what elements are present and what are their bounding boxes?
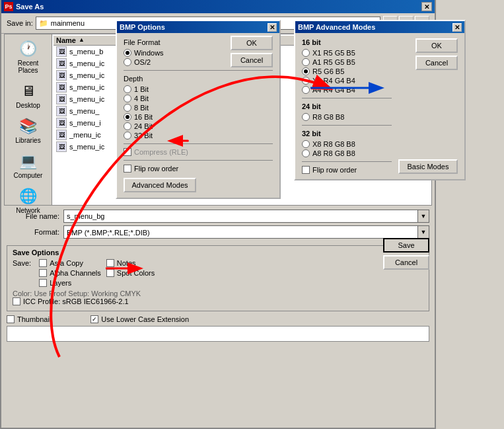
thumbnail-item: Thumbnail [7,315,51,323]
sidebar-item-computer[interactable]: 💻 Computer [7,149,50,180]
sidebar-item-libraries[interactable]: 📚 Libraries [7,114,50,145]
save-options-box: Save Options Save: As a Copy Alpha Chann… [7,245,429,311]
1bit-item: 1 Bit [124,85,273,93]
16bit-item: 16 Bit [124,113,273,121]
advanced-modes-button[interactable]: Advanced Modes [124,178,196,192]
filename-input[interactable] [63,210,417,223]
a8r8g8b8-item: A8 R8 G8 B8 [302,149,392,157]
format-dropdown-btn[interactable]: ▼ [417,225,429,239]
notes-item: Notes [106,259,155,267]
sidebar-item-recent[interactable]: 🕐 Recent Places [7,37,50,75]
bmp-options-title-bar: BMP Options ✕ [117,21,279,33]
24bit-radio[interactable] [124,122,131,130]
r5g6b5-radio[interactable] [302,67,310,75]
file-name: _menu_ic [69,131,101,139]
r5g6b5-label: R5 G6 B5 [312,67,344,75]
save-label: Save: [13,259,31,267]
a8r8g8b8-radio[interactable] [302,149,310,157]
bmp-options-dialog: BMP Options ✕ OK Cancel File Format [116,20,281,199]
x4r4g4b4-item: X4 R4 G4 B4 [302,77,392,85]
filename-row: File name: ▼ [7,210,429,223]
x8r8g8b8-radio[interactable] [302,140,310,148]
file-icon: 🖼 [56,82,67,93]
left-options-col: As a Copy Alpha Channels Layers [39,259,101,287]
flip-row-label: Flip row order [134,165,178,173]
bmp-options-close-button[interactable]: ✕ [268,23,277,32]
bmp-cancel-button[interactable]: Cancel [231,53,273,67]
file-name: s_menu_b [69,48,103,56]
sidebar-item-network[interactable]: 🌐 Network [7,184,50,215]
lower-case-checkbox[interactable] [90,315,98,323]
cancel-button[interactable]: Cancel [383,255,429,270]
app-icon: Ps [4,2,13,11]
right-options-col: Notes Spot Colors [106,259,155,277]
color-value: Use Proof Setup: Working CMYK [34,290,141,297]
as-a-copy-checkbox[interactable] [39,259,47,267]
8bit-label: 8 Bit [134,104,149,112]
x4r4g4b4-radio[interactable] [302,77,310,85]
basic-modes-button[interactable]: Basic Modes [398,159,458,174]
bmp-advanced-title-label: BMP Advanced Modes [298,23,375,31]
filename-label: File name: [7,212,59,220]
24bit-section-label: 24 bit [302,102,392,110]
layers-item: Layers [39,279,101,287]
bmp-ok-button[interactable]: OK [231,36,273,50]
alpha-channels-checkbox[interactable] [39,269,47,277]
x1r5g5b5-radio[interactable] [302,49,310,57]
1bit-label: 1 Bit [134,85,149,93]
spot-colors-label: Spot Colors [117,269,155,277]
spot-colors-checkbox[interactable] [106,269,114,277]
bmp-options-content: OK Cancel File Format Windows OS/2 [117,33,279,198]
a4r4g4b4-radio[interactable] [302,86,310,94]
a1r5g5b5-radio[interactable] [302,58,310,66]
x1r5g5b5-item: X1 R5 G5 B5 [302,49,392,57]
adv-cancel-button[interactable]: Cancel [415,56,458,70]
4bit-radio[interactable] [124,95,131,102]
bottom-fields: File name: ▼ Format: BMP (*.BMP;*.RLE;*.… [1,206,435,245]
file-icon: 🖼 [56,46,67,57]
os2-label: OS/2 [134,58,151,66]
icc-profile-checkbox[interactable] [13,297,20,305]
r8g8b8-item: R8 G8 B8 [302,113,392,121]
sidebar: 🕐 Recent Places 🖥 Desktop 📚 Libraries 💻 … [5,34,52,205]
bmp-advanced-close-button[interactable]: ✕ [452,23,462,32]
16bit-radio[interactable] [124,113,131,121]
a4r4g4b4-item: A4 R4 G4 B4 [302,86,392,94]
sidebar-item-desktop[interactable]: 🖥 Desktop [7,79,50,110]
r8g8b8-radio[interactable] [302,113,310,121]
main-close-button[interactable]: ✕ [421,2,432,11]
as-a-copy-label: As a Copy [50,259,83,267]
adv-flip-row-checkbox[interactable] [302,166,310,174]
32bit-radio[interactable] [124,132,131,139]
sidebar-label-desktop: Desktop [16,102,40,109]
notes-area[interactable] [7,326,429,342]
format-label: Format: [7,228,59,236]
thumbnail-checkbox[interactable] [7,315,15,323]
format-value[interactable]: BMP (*.BMP;*.RLE;*.DIB) [63,225,417,239]
folder-icon: 📁 [39,19,48,28]
windows-radio[interactable] [124,49,131,57]
bmp-options-title-label: BMP Options [120,23,165,31]
lower-case-item: Use Lower Case Extension [90,315,189,323]
8bit-radio[interactable] [124,104,131,112]
icc-row: ICC Profile: sRGB IEC61966-2.1 [13,297,423,305]
adv-ok-button[interactable]: OK [415,38,458,53]
notes-checkbox[interactable] [106,259,114,267]
depth-section: Depth 1 Bit 4 Bit 8 Bit [124,75,273,139]
32bit-section-label: 32 bit [302,130,392,137]
file-icon: 🖼 [56,130,67,140]
layers-checkbox[interactable] [39,279,47,287]
flip-row-checkbox[interactable] [124,165,131,173]
file-name: s_menu_ic [69,71,104,79]
1bit-radio[interactable] [124,85,131,93]
os2-radio[interactable] [124,58,131,66]
compress-checkbox[interactable] [124,148,131,156]
a1r5g5b5-item: A1 R5 G5 B5 [302,58,392,66]
save-button[interactable]: Save [383,238,429,253]
bmp-advanced-content: 16 bit X1 R5 G5 B5 A1 R5 G5 B5 R5 G6 B5 [295,33,464,179]
format-row: Format: BMP (*.BMP;*.RLE;*.DIB) ▼ [7,225,429,239]
notes-label: Notes [117,259,136,267]
filename-dropdown-btn[interactable]: ▼ [417,210,429,223]
file-icon: 🖼 [56,58,67,69]
adv-flip-row-item: Flip row order [302,166,392,174]
